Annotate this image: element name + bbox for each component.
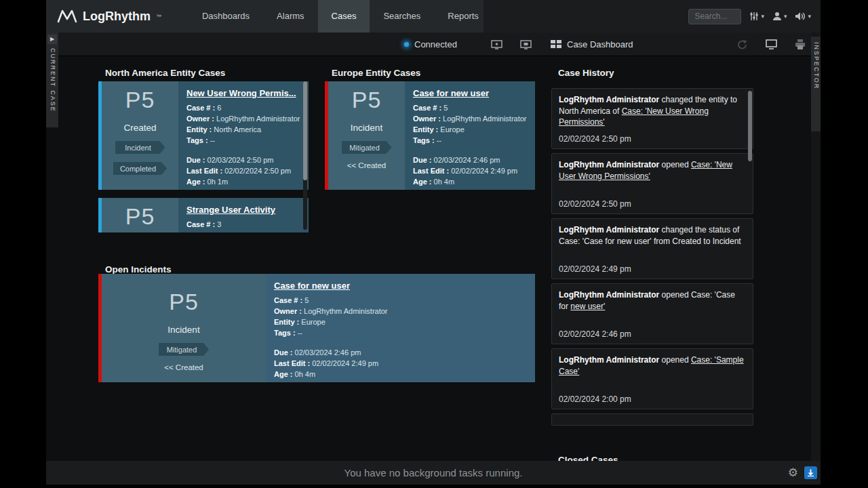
priority-label: P5: [352, 87, 382, 113]
brand[interactable]: LogRhythm™: [46, 9, 161, 24]
case-field-age: Age0h 4m: [413, 176, 527, 187]
restore-layout-icon[interactable]: [737, 39, 748, 49]
case-field-entity: EntityEurope: [274, 317, 527, 327]
case-title-link[interactable]: Strange User Activity: [186, 205, 275, 215]
section-heading-case-history: Case History: [558, 68, 614, 78]
case-title-link[interactable]: New User Wrong Permis...: [186, 88, 296, 98]
status-mitigated-button[interactable]: Mitigated: [342, 141, 392, 154]
speaker-icon: [795, 12, 806, 21]
priority-label: P5: [125, 203, 155, 230]
status-incident-button[interactable]: Incident: [115, 141, 165, 154]
case-toolbar: Connected Case Dashboard: [46, 33, 821, 56]
priority-label: P5: [125, 87, 155, 113]
section-heading-closed-cases: Closed Cases: [558, 455, 618, 461]
section-heading-europe: Europe Entity Cases: [332, 68, 420, 78]
section-heading-open-incidents: Open Incidents: [105, 264, 172, 274]
history-actor: LogRhythm Administrator: [559, 355, 659, 365]
case-field-tags: Tags--: [413, 135, 527, 146]
case-field-owner: OwnerLogRhythm Administrator: [186, 113, 300, 124]
status-completed-button[interactable]: Completed: [113, 162, 167, 175]
user-menu[interactable]: ▾: [772, 12, 787, 21]
gear-icon[interactable]: ⚙: [788, 466, 798, 480]
dashboard-content: North America Entity Cases P5 Created In…: [46, 56, 821, 461]
revert-status-link[interactable]: << Created: [347, 161, 387, 169]
history-text: LogRhythm Administrator opened Case: 'Ca…: [559, 289, 746, 312]
nav-item-searches[interactable]: Searches: [370, 0, 434, 33]
history-text: LogRhythm Administrator opened Case: 'Sa…: [559, 354, 746, 377]
app-window: LogRhythm™ Dashboards Alarms Cases Searc…: [46, 0, 821, 485]
search-input[interactable]: [688, 9, 741, 24]
brand-trademark: ™: [156, 14, 161, 20]
history-entry: LogRhythm Administrator changed the stat…: [551, 218, 753, 279]
history-text: LogRhythm Administrator changed the stat…: [559, 224, 746, 247]
history-timestamp: 02/02/2024 2:49 pm: [559, 264, 631, 274]
connection-status-label: Connected: [414, 39, 457, 49]
inspector-tab-bg: INSPECTOR: [811, 37, 821, 131]
case-card-left: P5 Incident Mitigated << Created: [102, 274, 266, 382]
case-field-age: Age0h 1m: [186, 176, 300, 187]
add-widget-icon[interactable]: [491, 33, 502, 56]
case-field-due: Due02/03/2024 2:46 pm: [413, 155, 527, 165]
priority-label: P5: [169, 289, 199, 315]
section-heading-north-america: North America Entity Cases: [105, 68, 225, 78]
top-nav: LogRhythm™ Dashboards Alarms Cases Searc…: [46, 0, 821, 33]
nav-item-alarms[interactable]: Alarms: [263, 0, 317, 33]
chevron-down-icon: ▾: [784, 13, 787, 20]
top-nav-left: LogRhythm™ Dashboards Alarms Cases Searc…: [46, 0, 484, 33]
history-entry: LogRhythm Administrator opened Case: 'Sa…: [551, 348, 753, 409]
main-nav: Dashboards Alarms Cases Searches Reports: [189, 0, 492, 33]
case-card-strange-user-activity[interactable]: P5 Strange User Activity Case #3 OwnerLo…: [98, 198, 309, 232]
history-action: opened: [659, 160, 691, 169]
history-actor: LogRhythm Administrator: [559, 290, 659, 300]
printer-icon[interactable]: [795, 39, 806, 49]
case-field-tags: Tags--: [186, 135, 300, 146]
history-actor: LogRhythm Administrator: [559, 95, 659, 104]
background-tasks-message: You have no background tasks running.: [344, 467, 523, 479]
case-card-details: Case for new user Case #5 OwnerLogRhythm…: [266, 274, 535, 382]
status-mitigated-button[interactable]: Mitigated: [159, 343, 209, 356]
case-status-label: Created: [123, 123, 156, 133]
case-field-case-number: Case #5: [274, 295, 527, 306]
history-text: LogRhythm Administrator opened Case: 'Ne…: [559, 159, 746, 182]
case-field-due: Due02/03/2024 2:46 pm: [274, 347, 527, 358]
nav-item-reports[interactable]: Reports: [434, 0, 492, 33]
history-timestamp: 02/02/2024 2:00 pm: [559, 394, 631, 404]
scrollbar-track[interactable]: [303, 81, 307, 230]
history-timestamp: 02/02/2024 2:50 pm: [559, 199, 631, 209]
brand-name: LogRhythm: [83, 9, 151, 24]
scrollbar-thumb[interactable]: [303, 81, 307, 180]
expand-arrow-icon[interactable]: ▶: [47, 35, 57, 44]
status-bar-icons: ⚙: [788, 461, 817, 485]
case-field-owner: OwnerLogRhythm Administrator: [413, 113, 527, 124]
inspector-tab[interactable]: INSPECTOR: [812, 42, 820, 89]
case-field-tags: Tags--: [274, 327, 527, 338]
history-case-link[interactable]: new user': [570, 302, 605, 311]
screen: LogRhythm™ Dashboards Alarms Cases Searc…: [0, 0, 868, 488]
user-icon: [772, 12, 782, 21]
case-status-label: Incident: [167, 325, 199, 335]
case-title-link[interactable]: Case for new user: [413, 88, 489, 98]
scrollbar-thumb[interactable]: [748, 91, 752, 161]
connected-dot-icon: [404, 42, 409, 47]
filter-settings-menu[interactable]: ▾: [749, 12, 764, 21]
download-tasks-button[interactable]: [804, 466, 817, 479]
sliders-icon: [749, 12, 759, 21]
case-card-open-incident[interactable]: P5 Incident Mitigated << Created Case fo…: [98, 274, 535, 382]
case-field-age: Age0h 4m: [274, 369, 527, 380]
revert-status-link[interactable]: << Created: [164, 363, 203, 371]
case-title-link[interactable]: Case for new user: [274, 281, 350, 291]
chevron-down-icon: ▾: [808, 13, 811, 20]
screen-view-icon[interactable]: [766, 39, 777, 49]
audio-notifications-menu[interactable]: ▾: [795, 12, 811, 21]
dashboard-selector[interactable]: Case Dashboard: [551, 33, 633, 56]
case-card-left: P5 Incident Mitigated << Created: [328, 81, 405, 190]
current-case-tab[interactable]: CURRENT CASE: [48, 48, 56, 113]
save-layout-icon[interactable]: [520, 33, 532, 56]
case-card-case-for-new-user[interactable]: P5 Incident Mitigated << Created Case fo…: [325, 81, 535, 190]
nav-item-dashboards[interactable]: Dashboards: [189, 0, 263, 33]
nav-item-cases[interactable]: Cases: [318, 0, 370, 33]
case-card-left: P5 Created Incident Completed: [102, 81, 178, 190]
case-card-new-user-wrong-permissions[interactable]: P5 Created Incident Completed New User W…: [98, 81, 309, 190]
dashboard-title: Case Dashboard: [567, 39, 633, 49]
case-field-owner: OwnerLogRhythm Administrator: [274, 306, 527, 317]
